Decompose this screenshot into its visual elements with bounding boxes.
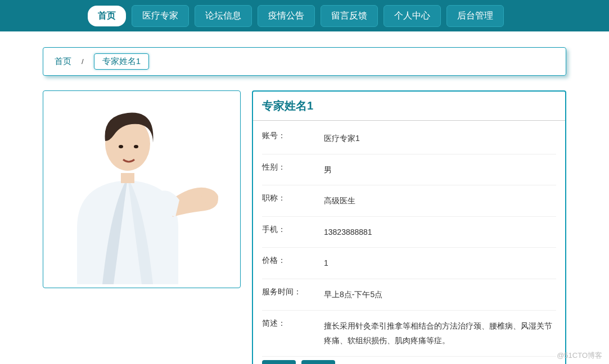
top-nav-bar: 首页 医疗专家 论坛信息 疫情公告 留言反馈 个人中心 后台管理 xyxy=(0,0,609,31)
expert-detail-panel: 专家姓名1 账号： 医疗专家1 性别： 男 职称： 高级医生 手机： 13823… xyxy=(252,90,566,364)
doctor-photo-icon xyxy=(60,93,223,284)
svg-point-3 xyxy=(134,145,138,148)
account-value: 医疗专家1 xyxy=(324,131,556,146)
field-title: 职称： 高级医生 xyxy=(262,185,556,217)
title-value: 高级医生 xyxy=(324,193,556,208)
expert-photo-panel xyxy=(43,90,241,288)
action-row: 咨询 预约 xyxy=(262,360,556,364)
field-price: 价格： 1 xyxy=(262,248,556,279)
nav-tab-forum[interactable]: 论坛信息 xyxy=(195,5,252,27)
content-container: 首页 / 专家姓名1 专家姓名1 xyxy=(0,31,609,364)
summary-label: 简述： xyxy=(262,319,324,348)
field-gender: 性别： 男 xyxy=(262,154,556,186)
price-value: 1 xyxy=(324,256,556,271)
title-label: 职称： xyxy=(262,193,324,208)
phone-value: 13823888881 xyxy=(324,225,556,240)
hours-value: 早上8点-下午5点 xyxy=(324,287,556,302)
hours-label: 服务时间： xyxy=(262,287,324,302)
expert-title: 专家姓名1 xyxy=(253,92,565,121)
breadcrumb: 首页 / 专家姓名1 xyxy=(43,47,566,76)
book-button[interactable]: 预约 xyxy=(301,360,335,364)
field-account: 账号： 医疗专家1 xyxy=(262,123,556,154)
gender-value: 男 xyxy=(324,162,556,178)
svg-point-2 xyxy=(119,145,123,148)
phone-label: 手机： xyxy=(262,225,324,240)
field-summary: 简述： 擅长采用针灸牵引推拿等相结合的方法治疗颈、腰椎病、风湿关节疼痛、软组织损… xyxy=(262,311,556,357)
nav-tab-notice[interactable]: 疫情公告 xyxy=(258,5,315,27)
expert-detail-body: 账号： 医疗专家1 性别： 男 职称： 高级医生 手机： 13823888881… xyxy=(253,121,565,364)
consult-button[interactable]: 咨询 xyxy=(262,360,296,364)
summary-value: 擅长采用针灸牵引推拿等相结合的方法治疗颈、腰椎病、风湿关节疼痛、软组织损伤、肌肉… xyxy=(324,319,556,348)
svg-point-1 xyxy=(201,191,218,203)
gender-label: 性别： xyxy=(262,162,324,178)
nav-tab-feedback[interactable]: 留言反馈 xyxy=(321,5,378,27)
nav-tab-profile[interactable]: 个人中心 xyxy=(384,5,441,27)
nav-tab-home[interactable]: 首页 xyxy=(88,6,126,26)
breadcrumb-current: 专家姓名1 xyxy=(94,53,149,70)
field-phone: 手机： 13823888881 xyxy=(262,217,556,248)
breadcrumb-home-link[interactable]: 首页 xyxy=(55,56,71,67)
field-hours: 服务时间： 早上8点-下午5点 xyxy=(262,279,556,311)
breadcrumb-separator: / xyxy=(82,57,84,66)
svg-rect-4 xyxy=(121,173,134,183)
watermark: @51CTO博客 xyxy=(557,351,602,361)
nav-tab-admin[interactable]: 后台管理 xyxy=(446,5,504,27)
account-label: 账号： xyxy=(262,131,324,146)
price-label: 价格： xyxy=(262,256,324,271)
main-row: 专家姓名1 账号： 医疗专家1 性别： 男 职称： 高级医生 手机： 13823… xyxy=(43,90,566,364)
nav-tab-experts[interactable]: 医疗专家 xyxy=(132,5,189,27)
